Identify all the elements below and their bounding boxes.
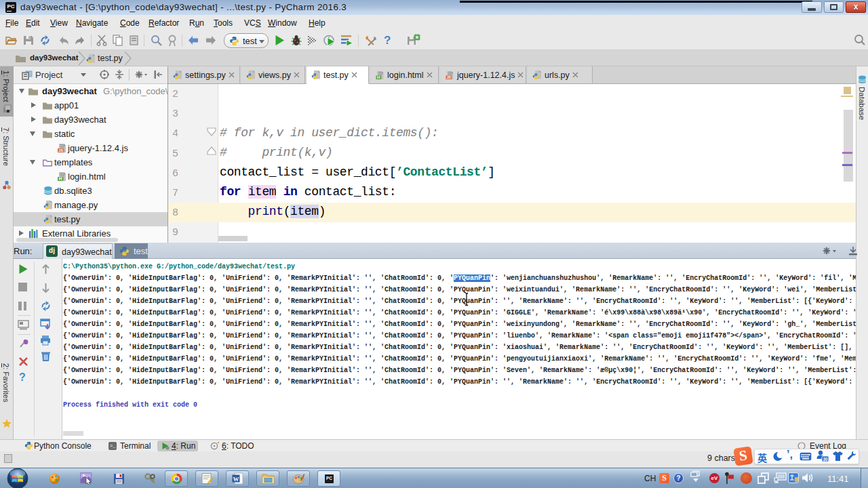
svg-text:W: W xyxy=(233,476,239,483)
svg-text:30: 30 xyxy=(823,457,828,462)
